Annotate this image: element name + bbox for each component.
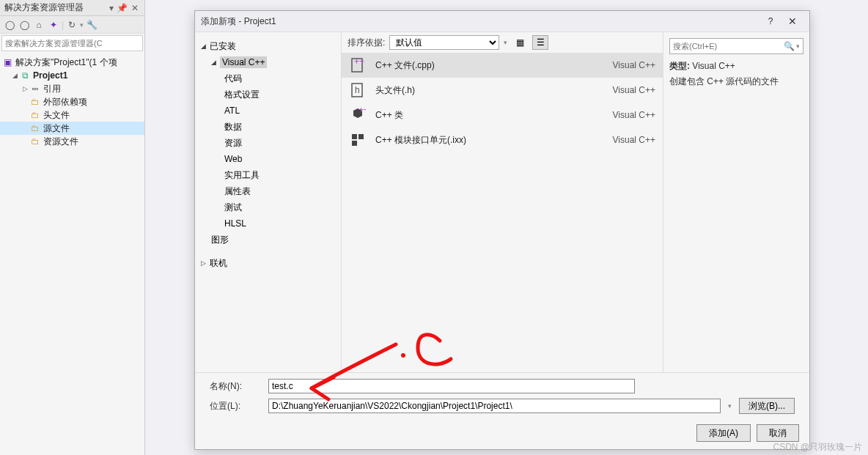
visual-cpp-node[interactable]: ◢ Visual C++ xyxy=(198,54,338,70)
svg-rect-6 xyxy=(358,134,364,139)
cat-atl[interactable]: ATL xyxy=(198,103,338,119)
pin-icon[interactable]: 📌 xyxy=(117,3,127,13)
dialog-body: ◢ 已安装 ◢ Visual C++ 代码 格式设置 ATL 数据 资源 Web… xyxy=(195,32,809,372)
template-module[interactable]: C++ 模块接口单元(.ixx) Visual C++ xyxy=(342,127,663,152)
headers-node[interactable]: 🗀 头文件 xyxy=(0,108,144,122)
category-tree: ◢ 已安装 ◢ Visual C++ 代码 格式设置 ATL 数据 资源 Web… xyxy=(195,32,342,372)
cat-graphics[interactable]: 图形 xyxy=(198,232,338,248)
add-new-item-dialog: 添加新项 - Project1 ? ✕ ◢ 已安装 ◢ Visual C++ 代… xyxy=(194,10,810,450)
list-view-icon[interactable]: ☰ xyxy=(532,35,548,50)
cpp-file-icon: ++ xyxy=(349,56,367,74)
folder-icon: 🗀 xyxy=(29,136,41,147)
name-label: 名称(N): xyxy=(210,380,261,393)
module-icon xyxy=(349,131,367,149)
folder-icon: 🗀 xyxy=(29,97,41,107)
home-icon[interactable]: ⌂ xyxy=(32,18,45,32)
svg-text:++: ++ xyxy=(354,57,364,67)
back-icon[interactable]: ◯ xyxy=(3,18,16,32)
solution-explorer-panel: 解决方案资源管理器 ▾ 📌 ✕ ◯ ◯ ⌂ ✦ | ↻ ▾ 🔧 ▣ 解决方案"P… xyxy=(0,0,145,455)
folder-icon: 🗀 xyxy=(29,123,41,133)
cat-test[interactable]: 测试 xyxy=(198,199,338,215)
class-icon: ++ xyxy=(349,106,367,124)
template-search-input[interactable] xyxy=(673,42,784,51)
panel-header: 解决方案资源管理器 ▾ 📌 ✕ xyxy=(0,0,144,16)
folder-icon: 🗀 xyxy=(29,110,41,120)
project-node[interactable]: ◢ ⧉ Project1 xyxy=(0,69,144,82)
location-label: 位置(L): xyxy=(210,400,261,413)
cancel-button[interactable]: 取消 xyxy=(757,424,799,442)
expand-arrow-icon[interactable]: ◢ xyxy=(10,72,19,79)
dialog-inputs: 名称(N): 位置(L): ▾ 浏览(B)... xyxy=(195,372,809,423)
description-pane: 🔍 ▾ 类型: Visual C++ 创建包含 C++ 源代码的文件 xyxy=(663,32,809,372)
installed-node[interactable]: ◢ 已安装 xyxy=(198,38,338,54)
location-input[interactable] xyxy=(268,399,721,413)
svg-rect-5 xyxy=(352,134,357,139)
expand-arrow-icon[interactable]: ▷ xyxy=(201,259,210,267)
solution-icon: ▣ xyxy=(1,57,13,67)
sync-icon[interactable]: ✦ xyxy=(47,18,60,32)
close-icon[interactable]: ✕ xyxy=(130,3,140,13)
collapse-arrow-icon[interactable]: ◢ xyxy=(201,42,210,50)
references-node[interactable]: ▷ ▫▫ 引用 xyxy=(0,82,144,95)
watermark: CSDN @只羽玫瑰一片 xyxy=(773,441,862,454)
svg-rect-7 xyxy=(352,141,357,146)
svg-text:h: h xyxy=(355,85,360,95)
template-toolbar: 排序依据: 默认值 ▾ ▦ ☰ xyxy=(342,32,663,53)
resources-node[interactable]: 🗀 资源文件 xyxy=(0,135,144,148)
add-button[interactable]: 添加(A) xyxy=(696,424,751,442)
cat-resource[interactable]: 资源 xyxy=(198,135,338,151)
external-deps-node[interactable]: 🗀 外部依赖项 xyxy=(0,95,144,108)
type-line: 类型: Visual C++ xyxy=(669,60,803,73)
template-search[interactable]: 🔍 ▾ xyxy=(669,38,803,54)
collapse-arrow-icon[interactable]: ◢ xyxy=(211,59,220,66)
svg-text:++: ++ xyxy=(358,107,366,115)
browse-button[interactable]: 浏览(B)... xyxy=(739,398,795,414)
dialog-title: 添加新项 - Project1 xyxy=(201,15,760,28)
references-icon: ▫▫ xyxy=(29,84,41,94)
template-list: ++ C++ 文件(.cpp) Visual C++ h 头文件(.h) Vis… xyxy=(342,53,663,372)
sources-node[interactable]: 🗀 源文件 xyxy=(0,122,144,135)
forward-icon[interactable]: ◯ xyxy=(18,18,31,32)
dialog-titlebar[interactable]: 添加新项 - Project1 ? ✕ xyxy=(195,11,809,32)
name-input[interactable] xyxy=(268,379,635,393)
template-cpp-file[interactable]: ++ C++ 文件(.cpp) Visual C++ xyxy=(342,53,663,78)
panel-search[interactable] xyxy=(1,35,143,51)
search-icon[interactable]: 🔍 xyxy=(784,41,795,51)
dropdown-icon[interactable]: ▾ xyxy=(109,3,114,13)
solution-root[interactable]: ▣ 解决方案"Project1"(1 个项 xyxy=(0,56,144,69)
panel-title: 解决方案资源管理器 xyxy=(4,1,109,14)
help-button[interactable]: ? xyxy=(760,16,781,26)
template-area: 排序依据: 默认值 ▾ ▦ ☰ ++ C++ 文件(.cpp) Visual C… xyxy=(342,32,663,372)
solution-tree: ▣ 解决方案"Project1"(1 个项 ◢ ⧉ Project1 ▷ ▫▫ … xyxy=(0,53,144,151)
sort-select[interactable]: 默认值 xyxy=(389,35,499,50)
cat-hlsl[interactable]: HLSL xyxy=(198,215,338,232)
cat-format[interactable]: 格式设置 xyxy=(198,86,338,103)
online-node[interactable]: ▷ 联机 xyxy=(198,255,338,271)
grid-view-icon[interactable]: ▦ xyxy=(512,35,528,50)
template-header-file[interactable]: h 头文件(.h) Visual C++ xyxy=(342,78,663,103)
template-cpp-class[interactable]: ++ C++ 类 Visual C++ xyxy=(342,103,663,127)
cat-props[interactable]: 属性表 xyxy=(198,183,338,199)
cat-code[interactable]: 代码 xyxy=(198,70,338,86)
sort-label: 排序依据: xyxy=(347,37,385,49)
wrench-icon[interactable]: 🔧 xyxy=(85,18,98,32)
cat-data[interactable]: 数据 xyxy=(198,119,338,135)
refresh-icon[interactable]: ↻ xyxy=(65,18,78,32)
panel-toolbar: ◯ ◯ ⌂ ✦ | ↻ ▾ 🔧 xyxy=(0,16,144,34)
description-text: 创建包含 C++ 源代码的文件 xyxy=(669,75,803,88)
close-button[interactable]: ✕ xyxy=(781,15,803,27)
cat-util[interactable]: 实用工具 xyxy=(198,167,338,183)
search-input[interactable] xyxy=(5,39,139,48)
project-icon: ⧉ xyxy=(19,70,31,81)
cat-web[interactable]: Web xyxy=(198,151,338,167)
dialog-buttons: 添加(A) 取消 xyxy=(195,423,809,449)
expand-arrow-icon[interactable]: ▷ xyxy=(21,85,29,92)
header-file-icon: h xyxy=(349,81,367,99)
